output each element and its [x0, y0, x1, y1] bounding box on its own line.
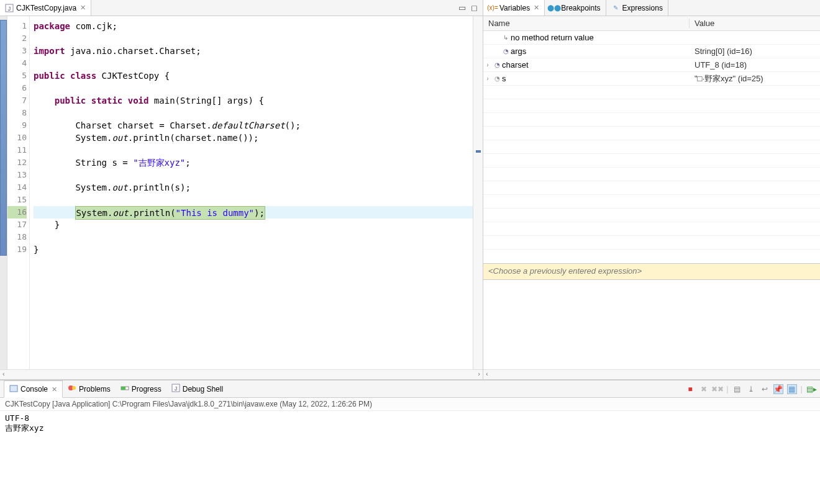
editor-window-controls: ▭ ◻	[453, 0, 483, 16]
code-line[interactable]: Charset charset = Charset.defaultCharset…	[34, 119, 473, 132]
close-icon[interactable]: ✕	[534, 4, 539, 12]
line-number-gutter[interactable]: 12345678910111213141516171819	[7, 16, 30, 369]
line-number[interactable]: 8	[7, 107, 27, 119]
expression-input[interactable]: <Choose a previously entered expression>	[483, 263, 820, 279]
clear-console-icon[interactable]: ▤	[732, 384, 742, 394]
header-name[interactable]: Name	[483, 19, 690, 28]
left-ruler	[0, 16, 7, 369]
line-number[interactable]: 10	[7, 132, 27, 144]
close-icon[interactable]: ✕	[52, 385, 57, 394]
variables-view: Name Value ↳ no method return value◔ arg…	[483, 16, 820, 369]
line-number[interactable]: 19	[7, 243, 27, 256]
close-icon[interactable]: ✕	[80, 4, 86, 12]
line-number[interactable]: 1	[7, 20, 27, 32]
code-line[interactable]: String s = "吉野家xyz";	[34, 156, 473, 169]
line-number[interactable]: 12	[7, 156, 27, 169]
editor-tab-cjktestcopy[interactable]: J CJKTestCopy.java ✕	[0, 0, 91, 16]
line-number[interactable]: 15	[7, 194, 27, 206]
line-number[interactable]: 11	[7, 144, 27, 156]
variable-row[interactable]: ◔ argsString[0] (id=16)	[483, 45, 820, 58]
variable-row-empty	[483, 195, 820, 209]
tab-variables[interactable]: (x)= Variables ✕	[483, 0, 545, 16]
code-line[interactable]: package com.cjk;	[34, 20, 473, 32]
line-number[interactable]: 3	[7, 45, 27, 57]
variable-value: "□·野家xyz" (id=25)	[690, 73, 820, 84]
variables-rows[interactable]: ↳ no method return value◔ argsString[0] …	[483, 31, 820, 263]
line-number[interactable]: 17	[7, 218, 27, 231]
code-line[interactable]: System.out.println("This is dummy");	[34, 206, 473, 218]
code-line[interactable]	[34, 57, 473, 70]
code-area[interactable]: package com.cjk; import java.nio.charset…	[30, 16, 473, 369]
tab-debug-shell-label: Debug Shell	[183, 385, 223, 394]
code-line[interactable]: System.out.println(charset.name());	[34, 132, 473, 144]
code-line[interactable]	[34, 144, 473, 156]
code-line[interactable]: import java.nio.charset.Charset;	[34, 45, 473, 57]
expander-icon[interactable]: ›	[483, 75, 492, 82]
variable-row-empty	[483, 168, 820, 181]
tab-expressions[interactable]: ✎ Expressions	[606, 0, 668, 16]
variable-row-empty	[483, 99, 820, 113]
tab-console[interactable]: Console ✕	[4, 380, 63, 398]
line-number[interactable]: 2	[7, 32, 27, 45]
line-number[interactable]: 16	[7, 206, 27, 218]
remove-all-icon[interactable]: ✖✖	[713, 384, 722, 394]
pin-console-icon[interactable]: 📌	[773, 384, 783, 394]
code-line[interactable]: public static void main(String[] args) {	[34, 94, 473, 107]
code-line[interactable]	[34, 194, 473, 206]
code-line[interactable]	[34, 32, 473, 45]
variable-row[interactable]: ›◔ s"□·野家xyz" (id=25)	[483, 72, 820, 86]
word-wrap-icon[interactable]: ↩	[760, 384, 770, 394]
scroll-left-icon[interactable]: ‹	[2, 370, 5, 377]
tab-expressions-label: Expressions	[622, 4, 663, 12]
tab-breakpoints[interactable]: ⬤⬤ Breakpoints	[545, 0, 606, 16]
code-line[interactable]: }	[34, 243, 473, 256]
line-number[interactable]: 18	[7, 231, 27, 243]
header-value[interactable]: Value	[690, 19, 820, 28]
tab-problems[interactable]: Problems	[63, 380, 116, 397]
variable-row[interactable]: ›◔ charsetUTF_8 (id=18)	[483, 58, 820, 72]
code-line[interactable]	[34, 231, 473, 243]
editor-hscroll[interactable]: ‹ ›	[0, 369, 483, 379]
code-line[interactable]	[34, 107, 473, 119]
line-number[interactable]: 4	[7, 57, 27, 70]
minimize-icon[interactable]: ▭	[458, 3, 466, 12]
line-number[interactable]: 5	[7, 70, 27, 82]
maximize-icon[interactable]: ◻	[471, 3, 478, 12]
code-line[interactable]	[34, 82, 473, 94]
console-toolbar: ■ ✖ ✖✖ | ▤ ⤓ ↩ 📌 ▦ | ▤▸	[685, 384, 816, 394]
code-line[interactable]	[34, 169, 473, 181]
variable-row[interactable]: ↳ no method return value	[483, 31, 820, 45]
scroll-left-icon[interactable]: ‹	[486, 370, 488, 377]
expander-icon[interactable]: ›	[483, 61, 492, 68]
display-selected-icon[interactable]: ▦	[787, 384, 797, 394]
variables-hscroll[interactable]: ‹	[483, 369, 820, 379]
bottom-pane: Console ✕ Problems Progress J Debug Shel…	[0, 380, 820, 504]
editor-tab-label: CJKTestCopy.java	[16, 4, 76, 12]
scroll-lock-icon[interactable]: ⤓	[746, 384, 756, 394]
code-line[interactable]: public class CJKTestCopy {	[34, 70, 473, 82]
line-number[interactable]: 6	[7, 82, 27, 94]
editor-body[interactable]: 12345678910111213141516171819 package co…	[0, 16, 483, 369]
remove-launch-icon[interactable]: ✖	[699, 384, 709, 394]
code-line[interactable]: }	[34, 218, 473, 231]
tab-progress[interactable]: Progress	[116, 380, 166, 397]
console-icon	[9, 384, 18, 395]
variable-row-empty	[483, 236, 820, 250]
variable-value: UTF_8 (id=18)	[690, 60, 820, 70]
variable-details[interactable]	[483, 279, 820, 369]
console-output[interactable]: UTF-8 吉野家xyz	[0, 411, 820, 504]
overview-ruler[interactable]	[473, 16, 483, 369]
variable-icon: ◔	[492, 61, 502, 68]
line-number[interactable]: 14	[7, 181, 27, 194]
line-number[interactable]: 9	[7, 119, 27, 132]
terminate-icon[interactable]: ■	[685, 384, 695, 394]
code-line[interactable]: System.out.println(s);	[34, 181, 473, 194]
tab-debug-shell[interactable]: J Debug Shell	[166, 380, 228, 397]
line-number[interactable]: 7	[7, 94, 27, 107]
open-console-icon[interactable]: ▤▸	[806, 384, 816, 394]
scroll-right-icon[interactable]: ›	[478, 370, 480, 377]
tab-progress-label: Progress	[132, 385, 162, 394]
tab-variables-label: Variables	[499, 4, 530, 12]
line-number[interactable]: 13	[7, 169, 27, 181]
variables-header[interactable]: Name Value	[483, 16, 820, 31]
